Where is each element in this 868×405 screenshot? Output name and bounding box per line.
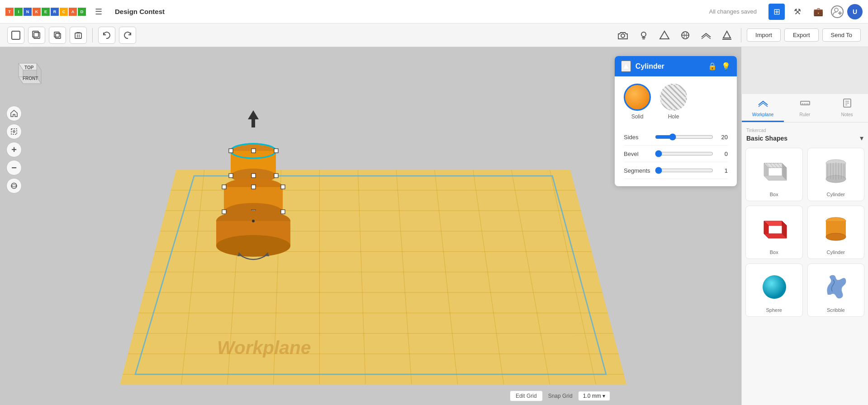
shape-box-red[interactable]: Box	[745, 206, 803, 259]
toolbar-divider-1	[92, 28, 93, 42]
shapes-dropdown-icon[interactable]: ▾	[860, 134, 863, 142]
svg-marker-17	[723, 31, 730, 38]
svg-point-0	[835, 8, 838, 12]
shape-cylinder-orange-label: Cylinder	[827, 250, 845, 255]
logo-n: N	[24, 8, 32, 16]
tools-btn[interactable]: ⚒	[789, 4, 806, 20]
delete-btn[interactable]	[70, 27, 87, 44]
svg-rect-64	[274, 174, 278, 178]
duplicate-btn[interactable]	[49, 27, 66, 44]
top-bar: T I N K E R C A D ☰ Design Contest All c…	[0, 0, 868, 24]
shape-scribble-blue[interactable]: Scribble	[807, 264, 865, 317]
menu-icon-btn[interactable]: ☰	[90, 4, 107, 20]
notes-nav-label: Notes	[841, 112, 853, 117]
workplane-icon-btn[interactable]	[697, 27, 715, 44]
snap-grid-value[interactable]: 1.0 mm ▾	[578, 391, 610, 401]
workplane-nav-item[interactable]: Workplane	[742, 94, 784, 122]
segments-row: Segments 1	[624, 162, 728, 179]
redo-btn[interactable]	[119, 27, 136, 44]
shape-box-red-label: Box	[770, 250, 778, 255]
svg-rect-6	[54, 32, 59, 37]
svg-rect-60	[251, 149, 256, 153]
solid-label: Solid	[631, 113, 644, 120]
export-btn[interactable]: Export	[784, 28, 819, 42]
shape-cylinder-orange[interactable]: Cylinder	[807, 206, 865, 259]
svg-point-76	[216, 235, 290, 257]
svg-point-114	[826, 233, 846, 240]
shape-box-gray[interactable]: Box	[745, 148, 803, 201]
bevel-row: Bevel 0	[624, 146, 728, 162]
lock-icon[interactable]: 🔒	[708, 62, 717, 71]
send-to-btn[interactable]: Send To	[822, 28, 861, 42]
solid-option[interactable]: Solid	[624, 84, 651, 120]
shape-scribble-blue-label: Scribble	[827, 307, 845, 313]
camera-icon-btn[interactable]	[614, 27, 631, 44]
cylinder-props-header: ▲ Cylinder 🔒 💡	[615, 56, 737, 76]
grid-view-btn[interactable]: ⊞	[768, 4, 785, 20]
main-area: TOP FRONT + −	[0, 47, 868, 405]
shape-cylinder-orange-img	[818, 211, 854, 247]
shapes-section: Tinkercad Basic Shapes ▾	[742, 122, 868, 405]
svg-point-12	[621, 34, 625, 38]
undo-btn[interactable]	[98, 27, 115, 44]
align-icon-btn[interactable]	[718, 27, 735, 44]
shape-box-gray-img	[756, 153, 792, 189]
cylinder-props-title: Cylinder	[636, 62, 703, 71]
bevel-slider[interactable]	[655, 150, 713, 157]
svg-rect-63	[251, 174, 256, 178]
tinkercad-logo[interactable]: T I N K E R C A D	[5, 8, 86, 16]
bevel-value: 0	[718, 151, 728, 157]
svg-point-79	[252, 220, 255, 222]
components-btn[interactable]: 💼	[810, 4, 826, 20]
new-shape-btn[interactable]	[7, 27, 24, 44]
logo-d: D	[78, 8, 86, 16]
ruler-nav-label: Ruler	[800, 112, 811, 117]
toolbar-divider-2	[741, 28, 741, 42]
sides-slider[interactable]	[655, 133, 713, 141]
segments-slider[interactable]	[655, 167, 713, 174]
shape-sphere-teal[interactable]: Sphere	[745, 264, 803, 317]
user-area: U	[831, 4, 863, 19]
bevel-label: Bevel	[624, 151, 650, 157]
bulb-icon[interactable]: 💡	[721, 62, 730, 71]
avatar[interactable]: U	[847, 4, 863, 19]
shapes-source: Tinkercad	[746, 128, 863, 133]
hole-option[interactable]: Hole	[660, 84, 687, 120]
bulb-icon-btn[interactable]	[635, 27, 652, 44]
sides-value: 20	[718, 134, 728, 141]
import-btn[interactable]: Import	[747, 28, 781, 42]
snap-grid-label: Snap Grid	[548, 393, 573, 399]
svg-rect-7	[56, 33, 61, 38]
svg-rect-80	[801, 101, 810, 105]
svg-rect-73	[281, 210, 285, 214]
canvas-area[interactable]: TOP FRONT + −	[0, 47, 741, 405]
shape-icon-btn[interactable]	[656, 27, 673, 44]
shape-cylinder-gray[interactable]: Cylinder	[807, 148, 865, 201]
edit-grid-btn[interactable]: Edit Grid	[510, 391, 543, 401]
shape-sphere-teal-label: Sphere	[766, 307, 782, 313]
grid-icon-btn[interactable]	[677, 27, 694, 44]
svg-rect-69	[251, 185, 256, 189]
collapse-props-btn[interactable]: ▲	[621, 61, 631, 72]
shape-sphere-teal-img	[756, 268, 792, 305]
ruler-nav-icon	[800, 98, 811, 111]
shape-cylinder-gray-label: Cylinder	[827, 192, 845, 197]
svg-marker-53	[248, 110, 259, 119]
logo-r: R	[51, 8, 59, 16]
bottom-bar: Edit Grid Snap Grid 1.0 mm ▾	[510, 391, 610, 401]
svg-rect-70	[281, 185, 285, 189]
cylinder-properties: Sides 20 Bevel 0 Segments 1	[615, 127, 737, 181]
ruler-nav-item[interactable]: Ruler	[784, 94, 826, 122]
svg-point-115	[763, 275, 786, 299]
svg-rect-62	[229, 174, 233, 178]
notes-nav-item[interactable]: Notes	[826, 94, 868, 122]
copy-btn[interactable]	[28, 27, 45, 44]
svg-rect-5	[33, 31, 38, 37]
add-user-button[interactable]	[831, 5, 844, 18]
shape-cylinder-gray-img	[818, 153, 854, 189]
logo-a: A	[69, 8, 77, 16]
solid-shape-icon	[624, 84, 651, 111]
logo-e: E	[42, 8, 50, 16]
svg-marker-14	[660, 31, 669, 39]
svg-rect-9	[75, 33, 81, 38]
